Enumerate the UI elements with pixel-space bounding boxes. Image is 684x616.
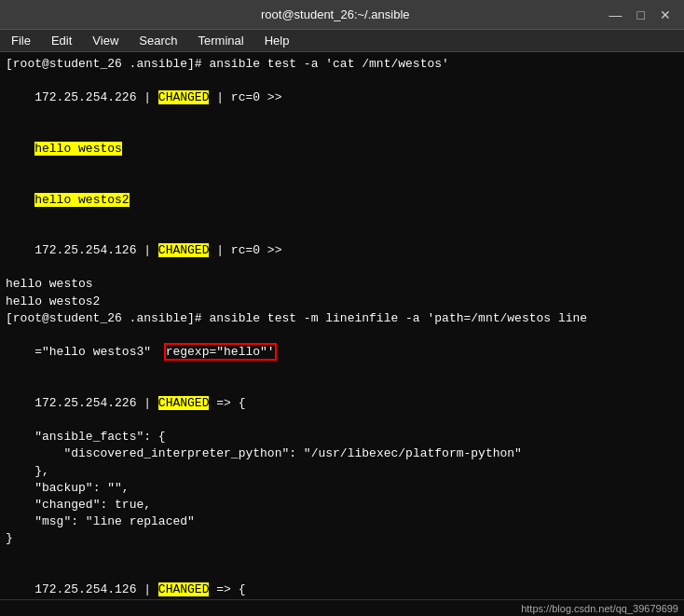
terminal-line: "discovered_interpreter_python": "/usr/l… <box>6 445 678 462</box>
terminal-line: 172.25.254.226 | CHANGED | rc=0 >> <box>6 73 678 124</box>
title-bar: root@student_26:~/.ansible — □ ✕ <box>0 0 684 30</box>
menu-terminal[interactable]: Terminal <box>193 32 250 49</box>
terminal-line: "backup": "", <box>6 480 678 497</box>
menu-view[interactable]: View <box>87 32 124 49</box>
menu-edit[interactable]: Edit <box>46 32 77 49</box>
terminal-line: ="hello westos3" regexp="hello"' <box>6 327 678 378</box>
terminal-line: } <box>6 530 678 547</box>
terminal-line: "ansible_facts": { <box>6 429 678 445</box>
menu-bar: File Edit View Search Terminal Help <box>0 30 684 52</box>
window-controls[interactable]: — □ ✕ <box>606 6 675 24</box>
terminal-line: "msg": "line replaced" <box>6 513 678 530</box>
terminal-line: 172.25.254.226 | CHANGED => { <box>6 378 678 430</box>
terminal-line: "changed": true, <box>6 497 678 513</box>
terminal-line: hello westos <box>6 276 678 293</box>
status-bar: https://blog.csdn.net/qq_39679699 <box>0 599 684 616</box>
minimize-button[interactable]: — <box>606 6 626 24</box>
terminal-line: hello westos2 <box>6 174 678 226</box>
terminal-line <box>6 547 678 564</box>
terminal-line: [root@student_26 .ansible]# ansible test… <box>6 310 678 327</box>
status-url: https://blog.csdn.net/qq_39679699 <box>521 603 678 614</box>
close-button[interactable]: ✕ <box>656 6 675 24</box>
terminal-line: }, <box>6 463 678 480</box>
terminal-line: hello westos <box>6 124 678 175</box>
menu-file[interactable]: File <box>6 32 36 49</box>
menu-help[interactable]: Help <box>259 32 295 49</box>
maximize-button[interactable]: □ <box>634 6 649 24</box>
terminal-line: 172.25.254.126 | CHANGED => { <box>6 565 678 599</box>
terminal-body[interactable]: [root@student_26 .ansible]# ansible test… <box>0 52 684 599</box>
terminal-line: hello westos2 <box>6 294 678 310</box>
terminal-line: [root@student_26 .ansible]# ansible test… <box>6 56 678 73</box>
menu-search[interactable]: Search <box>133 32 183 49</box>
window-title: root@student_26:~/.ansible <box>65 7 606 21</box>
terminal-line: 172.25.254.126 | CHANGED | rc=0 >> <box>6 226 678 277</box>
